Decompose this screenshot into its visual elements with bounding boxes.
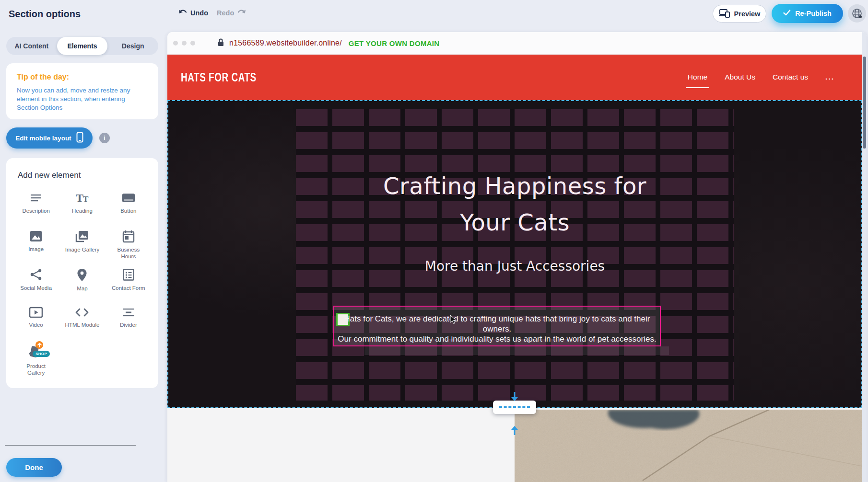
hero-section[interactable]: Crafting Happiness for Your Cats More th… [167, 100, 862, 408]
image-icon [29, 230, 43, 242]
element-video[interactable]: Video [13, 304, 59, 337]
nav-more-button[interactable]: ... [825, 73, 834, 82]
contact-form-icon [122, 268, 135, 281]
nav-home[interactable]: Home [688, 73, 707, 82]
element-divider[interactable]: Divider [106, 304, 152, 337]
republish-label: Re-Publish [795, 10, 832, 17]
html-module-icon [75, 307, 89, 318]
heading-icon: TT [75, 192, 89, 204]
browser-chrome: n1566589.websitebuilder.online/ GET YOUR… [167, 32, 867, 55]
get-your-own-domain-link[interactable]: GET YOUR OWN DOMAIN [349, 39, 440, 47]
drag-shadow [364, 346, 669, 355]
element-business-hours[interactable]: Business Hours [106, 227, 152, 261]
tile-wall-background [296, 109, 734, 401]
map-icon [77, 268, 87, 282]
floor-photo [515, 410, 862, 482]
undo-button[interactable]: Undo [178, 8, 208, 17]
resize-dashed-line [499, 406, 530, 408]
language-button[interactable] [848, 4, 866, 23]
mouse-cursor [450, 315, 457, 326]
page-title: Section options [9, 9, 81, 20]
site-logo[interactable]: HATS FOR CATS [181, 70, 257, 85]
panel-tabs: AI Content Elements Design [6, 37, 158, 55]
tab-elements[interactable]: Elements [57, 37, 108, 55]
next-section[interactable] [167, 408, 862, 482]
sidebar-divider [5, 445, 136, 446]
element-heading[interactable]: TT Heading [59, 189, 105, 222]
shop-badge: SHOP [33, 351, 50, 357]
nav-contact-us[interactable]: Contact us [773, 73, 808, 82]
scrollbar-track[interactable] [862, 32, 867, 482]
lock-icon [217, 38, 224, 48]
undo-label: Undo [190, 9, 208, 17]
browser-dots [173, 41, 195, 46]
redo-label: Redo [217, 9, 234, 17]
element-button[interactable]: Button [106, 189, 152, 222]
nav-about-us[interactable]: About Us [725, 73, 755, 82]
upgrade-arrow-icon [35, 341, 43, 349]
info-icon[interactable]: i [99, 133, 110, 143]
globe-icon [851, 8, 863, 19]
svg-text:T: T [76, 192, 83, 204]
element-image-gallery[interactable]: Image Gallery [59, 227, 105, 261]
button-icon [121, 192, 136, 204]
hero-paragraph: Hats for Cats, we are dedicated to craft… [334, 314, 660, 344]
element-product-gallery[interactable]: SHOP Product Gallery [13, 342, 59, 376]
tip-title: Tip of the day: [17, 73, 148, 81]
social-media-icon [29, 268, 43, 281]
business-hours-icon [122, 230, 135, 243]
site-preview-window: n1566589.websitebuilder.online/ GET YOUR… [167, 32, 867, 482]
hero-subheading[interactable]: More than Just Accessories [167, 258, 862, 274]
edit-mobile-layout-button[interactable]: Edit mobile layout [6, 127, 93, 149]
element-contact-form[interactable]: Contact Form [106, 265, 152, 299]
element-map[interactable]: Map [59, 265, 105, 299]
element-image[interactable]: Image [13, 227, 59, 261]
divider-icon [122, 307, 135, 318]
done-button[interactable]: Done [6, 458, 62, 477]
site-header: HATS FOR CATS Home About Us Contact us .… [167, 55, 862, 100]
tab-ai-content[interactable]: AI Content [6, 37, 57, 55]
scrollbar-thumb[interactable] [863, 57, 866, 149]
element-social-media[interactable]: Social Media [13, 265, 59, 299]
undo-icon [178, 8, 188, 17]
video-icon [29, 307, 43, 318]
product-gallery-icon: SHOP [28, 345, 44, 359]
section-resize-handle[interactable] [493, 401, 536, 414]
element-description[interactable]: Description [13, 189, 59, 222]
redo-button[interactable]: Redo [217, 8, 246, 17]
element-html-module[interactable]: HTML Module [59, 304, 105, 337]
add-new-element-panel: Add new element Description TT Heading B… [6, 158, 158, 388]
republish-button[interactable]: Re-Publish [772, 4, 843, 23]
tab-design[interactable]: Design [107, 37, 158, 55]
description-icon [29, 192, 43, 204]
redo-icon [237, 8, 246, 17]
selected-text-element[interactable]: Hats for Cats, we are dedicated to craft… [333, 306, 661, 346]
hero-heading[interactable]: Crafting Happiness for Your Cats [167, 168, 862, 241]
address-bar-url[interactable]: n1566589.websitebuilder.online/ [229, 39, 342, 47]
add-new-element-title: Add new element [13, 171, 152, 180]
site-canvas: HATS FOR CATS Home About Us Contact us .… [167, 55, 862, 482]
site-nav: Home About Us Contact us ... [688, 55, 834, 100]
tip-of-the-day-card: Tip of the day: Now you can add, move an… [6, 63, 158, 119]
preview-label: Preview [734, 10, 761, 18]
image-gallery-icon [75, 230, 89, 243]
tip-body: Now you can add, move and resize any ele… [17, 86, 148, 112]
preview-button[interactable]: Preview [713, 5, 766, 23]
devices-icon [719, 9, 730, 19]
svg-text:T: T [83, 195, 89, 204]
mobile-phone-icon [76, 132, 83, 144]
check-icon [783, 10, 791, 17]
edit-mobile-label: Edit mobile layout [15, 135, 71, 142]
element-grid: Description TT Heading Button Image Imag… [13, 189, 152, 376]
